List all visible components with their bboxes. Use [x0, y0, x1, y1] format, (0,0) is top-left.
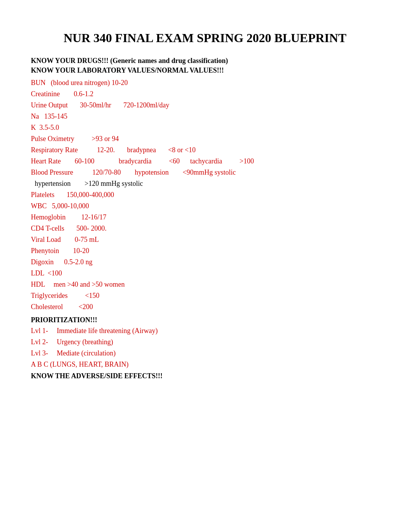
lab-hdl: HDL men >40 and >50 women	[31, 279, 379, 290]
priority-abc: A B C (LUNGS, HEART, BRAIN)	[31, 359, 379, 370]
lab-platelets: Platelets 150,000-400,000	[31, 190, 379, 200]
lab-resp-rate: Respiratory Rate 12-20. bradypnea <8 or …	[31, 145, 379, 155]
lab-na: Na 135-145	[31, 111, 379, 122]
lab-header: KNOW YOUR LABORATORY VALUES/NORMAL VALUE…	[31, 66, 379, 75]
lab-cd4: CD4 T-cells 500- 2000.	[31, 223, 379, 234]
lab-digoxin: Digoxin 0.5-2.0 ng	[31, 257, 379, 267]
lab-wbc: WBC 5,000-10,000	[31, 201, 379, 211]
lab-cholesterol: Cholesterol <200	[31, 302, 379, 312]
lab-hemoglobin: Hemoglobin 12-16/17	[31, 212, 379, 223]
adverse-effects-header: KNOW THE ADVERSE/SIDE EFFECTS!!!	[31, 372, 379, 380]
lab-heart-rate: Heart Rate 60-100 bradycardia <60 tachyc…	[31, 156, 379, 167]
lab-viral-load: Viral Load 0-75 mL	[31, 235, 379, 245]
lab-hypertension: hypertension >120 mmHg systolic	[35, 178, 379, 189]
priority-lvl3: Lvl 3- Mediate (circulation)	[31, 348, 379, 359]
lab-triglycerides: Triglycerides <150	[31, 291, 379, 301]
prioritization-header: PRIORITIZATION!!!	[31, 316, 379, 324]
lab-ldl: LDL <100	[31, 268, 379, 279]
lab-blood-pressure: Blood Pressure 120/70-80 hypotension <90…	[31, 167, 379, 178]
page-title: NUR 340 FINAL EXAM SPRING 2020 BLUEPRINT	[31, 31, 379, 45]
priority-lvl2: Lvl 2- Urgency (breathing)	[31, 337, 379, 347]
lab-urine-output: Urine Output 30-50ml/hr 720-1200ml/day	[31, 100, 379, 110]
drug-header: KNOW YOUR DRUGS!!! (Generic names and dr…	[31, 57, 379, 65]
lab-creatinine: Creatinine 0.6-1.2	[31, 89, 379, 99]
lab-k: K 3.5-5.0	[31, 122, 379, 133]
lab-phenytoin: Phenytoin 10-20	[31, 246, 379, 256]
lab-bun: BUN (blood urea nitrogen) 10-20	[31, 78, 379, 88]
lab-pulse-ox: Pulse Oximetry >93 or 94	[31, 134, 379, 144]
priority-lvl1: Lvl 1- Immediate life threatening (Airwa…	[31, 326, 379, 336]
